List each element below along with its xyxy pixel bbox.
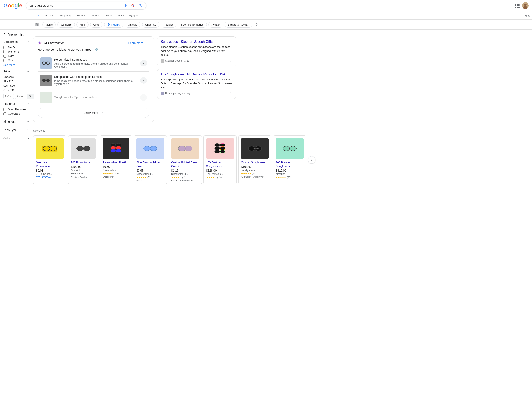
product-returns-1: 30-day retur... — [71, 172, 96, 175]
chip-mens[interactable]: Men's — [42, 22, 56, 28]
lens-type-section: Lens Type — [3, 127, 30, 132]
product-img-1 — [71, 138, 96, 159]
source-title-0[interactable]: Sunglasses - Stephen Joseph Gifts — [161, 40, 233, 44]
color-header[interactable]: Color — [3, 136, 30, 141]
svg-line-33 — [76, 148, 77, 148]
department-header[interactable]: Department — [3, 40, 30, 44]
price-header[interactable]: Price — [3, 70, 30, 73]
ai-overview: AI Overview Learn more Here are some ide… — [33, 33, 154, 126]
link-icon: 🔗 — [94, 48, 99, 51]
color-section: Color — [3, 136, 30, 141]
voice-search-button[interactable] — [123, 3, 128, 8]
ai-item-expand-1[interactable] — [140, 77, 147, 84]
svg-point-56 — [290, 146, 296, 151]
products-next-button[interactable] — [308, 156, 316, 164]
product-seller-2: DiscountMug... — [103, 169, 129, 172]
filter-tune-chip[interactable] — [33, 21, 41, 28]
tab-images[interactable]: Images — [42, 12, 56, 19]
show-more-button[interactable]: Show more — [38, 108, 150, 118]
source-more-button-1[interactable] — [228, 91, 233, 95]
silhouette-header[interactable]: Silhouette — [3, 119, 30, 124]
svg-point-3 — [524, 4, 526, 6]
checkbox-oversized[interactable]: Oversized — [3, 111, 30, 116]
tab-more[interactable]: More — [128, 13, 139, 19]
checkbox-sport-performance[interactable]: Sport Performa... — [3, 107, 30, 111]
avatar[interactable] — [522, 2, 529, 9]
product-card-6[interactable]: FULLY CUSTOM Custom Sunglasses |... $108… — [238, 135, 272, 184]
svg-point-39 — [111, 149, 116, 153]
chip-on-sale[interactable]: On sale — [125, 22, 140, 28]
chip-toddler[interactable]: Toddler — [161, 22, 176, 28]
product-img-2 — [103, 138, 129, 159]
chip-nearby[interactable]: Nearby — [104, 22, 123, 28]
product-stars-3: ★★★★★(7) — [136, 176, 164, 179]
product-card-0[interactable]: Sample - Promotional... $0.01 24HourWris… — [33, 135, 66, 184]
product-card-5[interactable]: 100 Custom Sunglasses -... $128.00 4AllP… — [204, 135, 237, 184]
ai-item-expand-0[interactable] — [140, 60, 147, 66]
learn-more-link[interactable]: Learn more — [128, 41, 143, 45]
sponsored-more-button[interactable] — [47, 129, 51, 133]
ai-item-desc-0: Add a personal touch to make the gift un… — [54, 62, 138, 68]
search-bar — [26, 2, 146, 10]
source-footer-1: Randolph Engineering — [161, 91, 233, 95]
product-card-7[interactable]: 100 Branded Sunglasses |... $319.00 4imp… — [273, 135, 306, 184]
search-input[interactable] — [29, 4, 114, 7]
product-card-2[interactable]: Personalized Plastic... $0.50 DiscountMu… — [100, 135, 132, 184]
lens-type-header[interactable]: Lens Type — [3, 127, 30, 132]
checkbox-girls[interactable]: Girls' — [3, 58, 30, 62]
ai-item-0[interactable]: Personalized Sunglasses Add a personal t… — [38, 55, 150, 72]
source-cards: Sunglasses - Stephen Joseph Gifts These … — [157, 33, 236, 126]
tab-news[interactable]: News — [103, 12, 115, 19]
chip-kids[interactable]: Kids' — [77, 22, 89, 28]
svg-point-13 — [42, 79, 45, 82]
tab-forums[interactable]: Forums — [74, 12, 88, 19]
product-card-1[interactable]: 100 Promotional... $309.00 4imprint 30-d… — [68, 135, 98, 184]
tab-shopping[interactable]: Shopping — [57, 12, 73, 19]
ai-item-1[interactable]: Sunglasses with Prescription Lenses If t… — [38, 72, 150, 89]
source-title-1[interactable]: The Sunglasses Gift Guide - Randolph USA — [161, 72, 233, 76]
product-img-5 — [206, 138, 234, 159]
price-25-90[interactable]: $25 - $90 — [3, 83, 30, 88]
svg-point-50 — [215, 150, 220, 153]
checkbox-mens[interactable]: Men's — [3, 45, 30, 49]
tools-button[interactable]: Tools — [521, 13, 532, 19]
ai-more-options-button[interactable] — [145, 41, 150, 45]
chips-next-button[interactable] — [254, 22, 260, 27]
lens-button[interactable] — [130, 3, 135, 8]
svg-point-46 — [215, 143, 220, 147]
price-max-input[interactable] — [15, 94, 25, 99]
checkbox-kids[interactable]: Kids' — [3, 54, 30, 58]
chip-square[interactable]: Square & Recta... — [225, 22, 252, 28]
product-seller-4: DiscountMug... — [171, 173, 199, 176]
tab-videos[interactable]: Videos — [89, 12, 102, 19]
features-header[interactable]: Features — [3, 102, 30, 105]
ai-sparkle-icon — [38, 41, 42, 45]
price-min-input[interactable] — [3, 94, 14, 99]
source-more-button-0[interactable] — [228, 59, 233, 63]
price-over90[interactable]: Over $90 — [3, 88, 30, 92]
ai-item-expand-2[interactable] — [140, 94, 147, 101]
product-img-7 — [276, 138, 304, 159]
tab-maps[interactable]: Maps — [116, 12, 127, 19]
chip-womens[interactable]: Women's — [57, 22, 75, 28]
svg-point-8 — [42, 62, 45, 65]
product-price-3: $0.95 — [136, 169, 164, 172]
chip-girls[interactable]: Girls' — [90, 22, 102, 28]
tab-all[interactable]: All — [33, 12, 41, 19]
search-button[interactable] — [138, 3, 143, 8]
clear-button[interactable] — [116, 3, 120, 8]
ai-item-2[interactable]: Sunglasses for Specific Activities — [38, 89, 150, 106]
chip-aviator[interactable]: Aviator — [208, 22, 223, 28]
apps-button[interactable] — [515, 3, 520, 8]
see-more-link[interactable]: See more — [3, 63, 15, 66]
checkbox-womens[interactable]: Women's — [3, 49, 30, 54]
product-card-4[interactable]: Custom Printed Clear Cosmi... $1.15 Disc… — [169, 135, 202, 184]
chip-under-9[interactable]: Under $9 — [142, 22, 159, 28]
product-detail-4: Plastic · Round & Oval — [171, 179, 199, 182]
product-card-3[interactable]: Blue Custom Printed Color... $0.95 Disco… — [134, 135, 167, 184]
price-9-25[interactable]: $9 - $25 — [3, 79, 30, 83]
price-under9[interactable]: Under $9 — [3, 75, 30, 79]
product-price-5: $128.00 — [206, 169, 234, 172]
chip-sport-performance[interactable]: Sport Performance — [178, 22, 207, 28]
product-name-4: Custom Printed Clear Cosmi... — [171, 160, 199, 168]
